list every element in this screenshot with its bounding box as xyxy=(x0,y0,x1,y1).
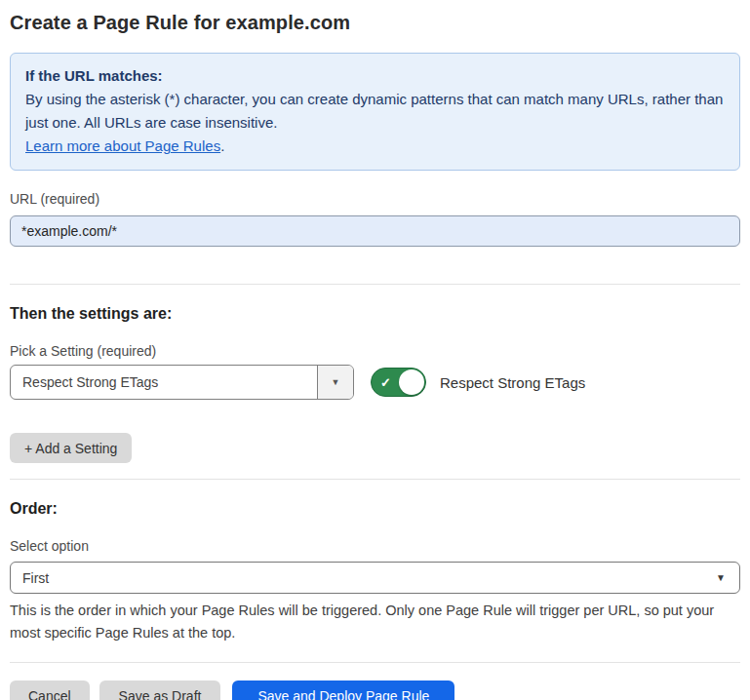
order-select-label: Select option xyxy=(10,538,740,554)
add-setting-button[interactable]: + Add a Setting xyxy=(10,433,132,463)
chevron-down-icon: ▼ xyxy=(716,573,726,583)
etags-toggle[interactable]: ✓ xyxy=(371,368,426,397)
pick-setting-label: Pick a Setting (required) xyxy=(10,343,740,359)
save-and-deploy-button[interactable]: Save and Deploy Page Rule xyxy=(232,681,454,700)
order-select[interactable]: First ▼ xyxy=(10,562,740,594)
toggle-label: Respect Strong ETags xyxy=(440,374,585,391)
learn-more-link[interactable]: Learn more about Page Rules xyxy=(25,137,220,154)
save-as-draft-button[interactable]: Save as Draft xyxy=(99,681,221,700)
info-box-heading: If the URL matches: xyxy=(25,64,725,88)
checkmark-icon: ✓ xyxy=(380,375,391,390)
setting-select[interactable]: Respect Strong ETags ▼ xyxy=(10,365,354,400)
info-box-body: By using the asterisk (*) character, you… xyxy=(25,88,725,135)
cancel-button[interactable]: Cancel xyxy=(10,681,90,700)
url-label: URL (required) xyxy=(10,191,740,207)
order-helper-text: This is the order in which your Page Rul… xyxy=(10,600,736,644)
toggle-knob xyxy=(399,369,424,395)
link-suffix: . xyxy=(220,137,224,154)
url-input[interactable] xyxy=(10,215,740,247)
setting-row: Respect Strong ETags ▼ ✓ Respect Strong … xyxy=(10,365,740,400)
footer-divider xyxy=(10,662,740,663)
setting-select-arrow-button[interactable]: ▼ xyxy=(317,366,353,399)
chevron-down-icon: ▼ xyxy=(332,378,340,387)
order-heading: Order: xyxy=(10,500,740,518)
order-select-value: First xyxy=(22,570,716,586)
footer-button-row: Cancel Save as Draft Save and Deploy Pag… xyxy=(10,681,740,700)
create-page-rule-form: Create a Page Rule for example.com If th… xyxy=(0,0,750,700)
url-match-info-box: If the URL matches: By using the asteris… xyxy=(10,53,740,171)
section-divider xyxy=(10,479,740,480)
info-box-link-line: Learn more about Page Rules. xyxy=(25,135,725,158)
page-title: Create a Page Rule for example.com xyxy=(10,12,740,34)
settings-heading: Then the settings are: xyxy=(10,305,740,323)
section-divider xyxy=(10,284,740,285)
setting-select-value: Respect Strong ETags xyxy=(11,366,317,399)
